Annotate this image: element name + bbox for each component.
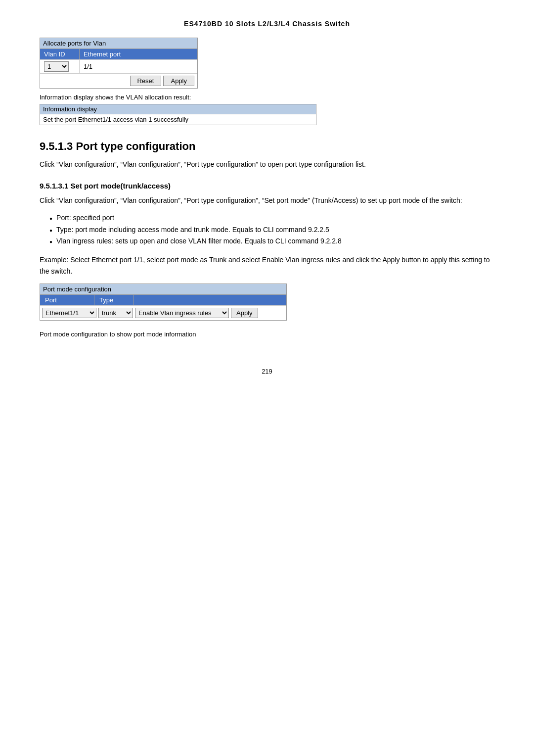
page-header: ES4710BD 10 Slots L2/L3/L4 Chassis Switc…	[40, 20, 494, 28]
allocate-vlan-table: Allocate ports for Vlan Vlan ID Ethernet…	[40, 38, 198, 89]
port-mode-data-row: Ethernet1/1 trunk access Enable Vlan ing…	[40, 305, 286, 320]
section-95131: 9.5.1.3.1 Set port mode(trunk/access) Cl…	[40, 182, 494, 338]
allocate-vlan-data-row: 1 1/1	[40, 59, 197, 73]
page-title: ES4710BD 10 Slots L2/L3/L4 Chassis Switc…	[184, 20, 350, 28]
reset-button[interactable]: Reset	[130, 76, 162, 86]
allocate-vlan-header: Vlan ID Ethernet port	[40, 49, 197, 59]
col-header-ethport: Ethernet port	[80, 49, 169, 59]
apply-button-vlan[interactable]: Apply	[163, 76, 194, 86]
allocate-vlan-title: Allocate ports for Vlan	[40, 38, 197, 49]
info-display-label: Information display shows the VLAN alloc…	[40, 94, 494, 101]
section-9513: 9.5.1.3 Port type configuration Click “V…	[40, 140, 494, 170]
info-display-title: Information display	[40, 104, 316, 114]
section-95131-intro: Click “Vlan configuration”, “Vlan config…	[40, 195, 494, 206]
port-mode-footer: Port mode configuration to show port mod…	[40, 331, 494, 338]
ethernet-port-cell: 1/1	[80, 61, 169, 72]
vlan-id-cell[interactable]: 1	[40, 60, 80, 73]
bullet-3: Vlan ingress rules: sets up open and clo…	[49, 236, 494, 247]
section-9513-title: 9.5.1.3 Port type configuration	[40, 140, 494, 153]
port-select[interactable]: Ethernet1/1	[42, 308, 96, 318]
section-95131-title: 9.5.1.3.1 Set port mode(trunk/access)	[40, 182, 494, 190]
bullet-1: Port: specified port	[49, 212, 494, 224]
type-select[interactable]: trunk access	[98, 308, 133, 318]
section-95131-bullets: Port: specified port Type: port mode inc…	[49, 212, 494, 247]
apply-button-port-mode[interactable]: Apply	[231, 308, 258, 318]
col-header-port: Port	[40, 295, 94, 305]
col-header-vlan-ingress	[134, 295, 144, 305]
info-display-content: Set the port Ethernet1/1 access vlan 1 s…	[40, 114, 316, 125]
port-mode-table: Port mode configuration Port Type Ethern…	[40, 284, 287, 321]
info-display-box: Information display Set the port Etherne…	[40, 104, 316, 125]
col-header-type: Type	[94, 295, 134, 305]
section-9513-desc: Click “Vlan configuration”, “Vlan config…	[40, 159, 494, 170]
ethernet-port-value: 1/1	[84, 63, 92, 70]
example-text: Example: Select Ethernet port 1/1, selec…	[40, 254, 494, 277]
vlan-id-select[interactable]: 1	[44, 61, 69, 72]
page-number: 219	[40, 368, 494, 375]
allocate-vlan-actions: Reset Apply	[40, 73, 197, 88]
vlan-ingress-select[interactable]: Enable Vlan ingress rules Disable Vlan i…	[135, 308, 229, 318]
col-header-vlanid: Vlan ID	[40, 49, 80, 59]
bullet-2: Type: port mode including access mode an…	[49, 224, 494, 236]
port-mode-header: Port Type	[40, 295, 286, 305]
port-mode-title: Port mode configuration	[40, 284, 286, 295]
